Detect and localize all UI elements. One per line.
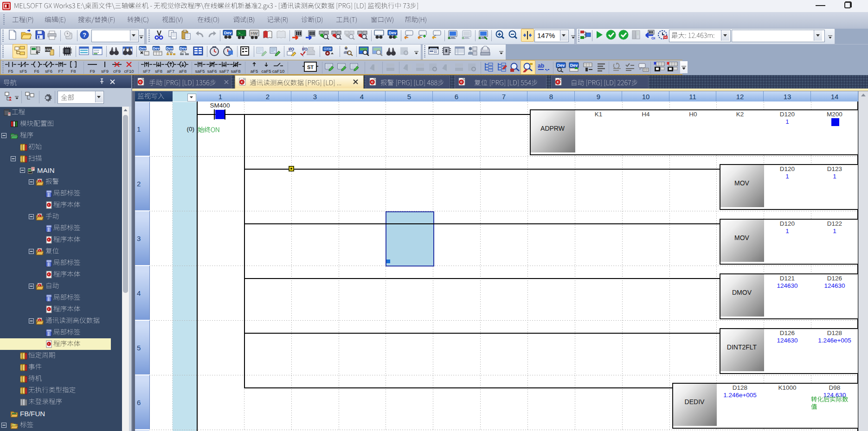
svg-text:>_: >_ bbox=[238, 32, 243, 36]
svg-text:GXW: GXW bbox=[324, 47, 332, 51]
svg-text:ab: ab bbox=[538, 63, 544, 69]
svg-text:HW: HW bbox=[251, 31, 258, 36]
svg-text:ST: ST bbox=[307, 64, 314, 70]
svg-text:Dev: Dev bbox=[166, 46, 173, 51]
svg-text:Dev: Dev bbox=[180, 46, 186, 51]
svg-text:Dev: Dev bbox=[224, 31, 232, 35]
svg-text:Dev: Dev bbox=[389, 31, 397, 35]
svg-text:Dev: Dev bbox=[139, 46, 146, 51]
svg-text:I/O: I/O bbox=[289, 47, 294, 51]
svg-text:Dev: Dev bbox=[557, 63, 565, 68]
svg-text:OK: OK bbox=[651, 36, 655, 40]
svg-text:Dev: Dev bbox=[153, 46, 160, 51]
svg-text:Dev: Dev bbox=[570, 63, 578, 68]
svg-text:Dev: Dev bbox=[375, 31, 383, 35]
svg-text:?: ? bbox=[83, 32, 86, 38]
